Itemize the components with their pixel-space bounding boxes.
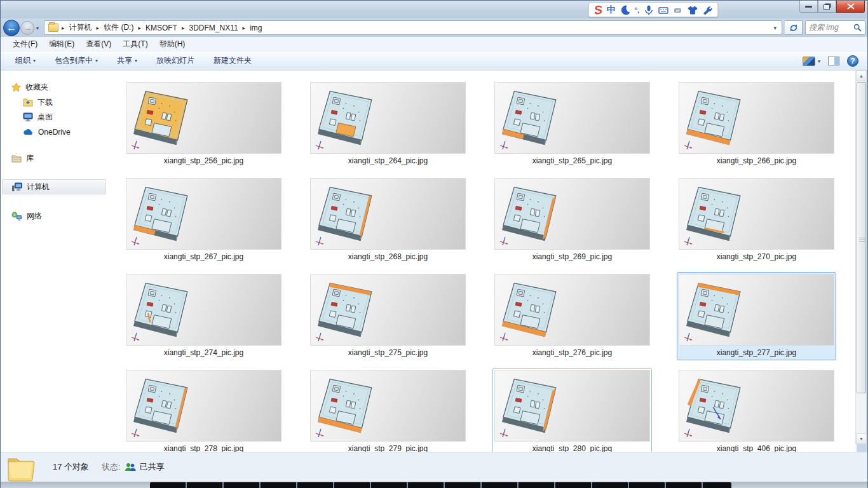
chinese-mode-icon[interactable]: 中 — [607, 4, 616, 16]
folder-icon — [48, 24, 58, 32]
breadcrumb-item[interactable]: 软件 (D:) — [100, 21, 137, 34]
scroll-up-icon[interactable]: ▲ — [856, 71, 867, 81]
menu-item[interactable]: 帮助(H) — [154, 37, 191, 51]
file-thumbnail — [494, 274, 650, 346]
file-item[interactable]: xiangti_stp_264_pic.jpg — [308, 80, 468, 168]
command-bar: 组织▾包含到库中▾共享▾放映幻灯片新建文件夹 ▾ ? — [1, 51, 867, 71]
moon-icon[interactable] — [620, 5, 630, 15]
forward-button[interactable]: → — [20, 21, 34, 35]
toolbar-button[interactable]: 放映幻灯片 — [149, 51, 201, 70]
sidebar-item-网络[interactable]: 网络 — [2, 208, 106, 224]
toolbar-button[interactable]: 共享▾ — [110, 51, 144, 70]
back-button[interactable]: ← — [3, 20, 20, 36]
menu-item[interactable]: 编辑(E) — [43, 37, 80, 51]
title-bar[interactable]: S 中 °, — [1, 1, 867, 18]
file-item[interactable]: xiangti_stp_280_pic.jpg — [492, 368, 652, 452]
status-value: 已共享 — [140, 461, 165, 473]
file-name: xiangti_stp_265_pic.jpg — [494, 156, 650, 166]
axes-triad-icon — [499, 332, 510, 343]
scroll-down-icon[interactable]: ▼ — [856, 433, 867, 444]
minimize-button[interactable] — [799, 1, 818, 13]
sidebar-item-label: 收藏夹 — [25, 82, 48, 93]
breadcrumb-item[interactable]: 3DDFM_NX11 — [185, 22, 241, 34]
handwriting-icon[interactable] — [673, 5, 683, 15]
sidebar-item-下载[interactable]: 下载 — [2, 95, 106, 110]
libraries-icon — [11, 154, 22, 163]
file-name: xiangti_stp_270_pic.jpg — [679, 252, 834, 262]
help-button[interactable]: ? — [847, 55, 858, 67]
punctuation-icon[interactable]: °, — [635, 6, 639, 14]
breadcrumb-item[interactable]: img — [246, 22, 266, 34]
file-item[interactable]: xiangti_stp_275_pic.jpg — [308, 272, 468, 360]
microphone-icon[interactable] — [644, 5, 654, 15]
file-item[interactable]: xiangti_stp_279_pic.jpg — [308, 368, 468, 452]
breadcrumb-item[interactable]: KMSOFT — [142, 22, 181, 34]
sidebar-item-库[interactable]: 库 — [2, 151, 106, 166]
desktop-icon — [23, 112, 33, 121]
file-item[interactable]: xiangti_stp_277_pic.jpg — [677, 272, 836, 360]
sidebar-item-计算机[interactable]: 计算机 — [2, 179, 106, 194]
file-item[interactable]: xiangti_stp_265_pic.jpg — [492, 80, 652, 168]
menu-item[interactable]: 查看(V) — [80, 37, 117, 51]
wrench-icon[interactable] — [702, 5, 712, 15]
address-bar[interactable]: ▸计算机▸软件 (D:)▸KMSOFT▸3DDFM_NX11▸img ▾ — [44, 20, 782, 35]
search-icon[interactable] — [853, 24, 862, 32]
file-name: xiangti_stp_276_pic.jpg — [494, 348, 650, 358]
axes-triad-icon — [684, 236, 694, 247]
status-label: 状态: — [102, 461, 121, 473]
skin-icon[interactable] — [688, 5, 698, 15]
change-view-button[interactable]: ▾ — [803, 57, 820, 66]
file-item[interactable]: xiangti_stp_267_pic.jpg — [124, 176, 283, 264]
toolbar-button[interactable]: 包含到库中▾ — [48, 51, 105, 70]
file-name: xiangti_stp_277_pic.jpg — [679, 348, 834, 358]
chevron-down-icon: ▾ — [818, 58, 820, 64]
sidebar-item-label: 网络 — [27, 211, 42, 222]
file-name: xiangti_stp_266_pic.jpg — [679, 156, 834, 166]
file-thumbnail — [310, 370, 466, 442]
axes-triad-icon — [315, 140, 325, 151]
file-item[interactable]: xiangti_stp_278_pic.jpg — [124, 368, 283, 452]
maximize-button[interactable] — [818, 1, 836, 13]
window-controls — [799, 1, 865, 13]
file-item[interactable]: xiangti_stp_269_pic.jpg — [492, 176, 652, 264]
file-list: xiangti_stp_256_pic.jpgxiangti_stp_264_p… — [109, 71, 857, 452]
search-placeholder: 搜索 img — [809, 22, 853, 33]
toolbar-button-label: 新建文件夹 — [214, 55, 252, 66]
menu-item[interactable]: 文件(F) — [7, 37, 43, 51]
keyboard-icon[interactable] — [658, 5, 668, 15]
file-name: xiangti_stp_275_pic.jpg — [310, 348, 466, 358]
file-name: xiangti_stp_279_pic.jpg — [310, 444, 466, 452]
toolbar-button-label: 组织 — [15, 55, 31, 66]
file-item[interactable]: xiangti_stp_274_pic.jpg — [124, 272, 283, 360]
sidebar-item-桌面[interactable]: 桌面 — [2, 109, 106, 125]
vertical-scrollbar[interactable]: ▲ ▼ — [855, 71, 866, 444]
shared-users-icon — [125, 463, 136, 471]
sidebar-item-OneDrive[interactable]: OneDrive — [2, 125, 106, 140]
recent-pages-dropdown-icon[interactable]: ▾ — [36, 25, 39, 31]
file-name: xiangti_stp_269_pic.jpg — [494, 252, 650, 262]
search-input[interactable]: 搜索 img — [805, 20, 865, 35]
file-thumbnail — [679, 82, 834, 154]
file-item[interactable]: xiangti_stp_406_pic.jpg — [677, 368, 836, 452]
close-icon — [847, 3, 855, 10]
axes-triad-icon — [131, 236, 141, 247]
file-item[interactable]: xiangti_stp_270_pic.jpg — [677, 176, 836, 264]
menu-item[interactable]: 工具(T) — [117, 37, 153, 51]
file-item[interactable]: xiangti_stp_276_pic.jpg — [492, 272, 652, 360]
file-item[interactable]: xiangti_stp_256_pic.jpg — [124, 80, 283, 168]
file-item[interactable]: xiangti_stp_266_pic.jpg — [677, 80, 836, 168]
toolbar-button[interactable]: 新建文件夹 — [207, 51, 259, 70]
close-button[interactable] — [836, 1, 865, 13]
preview-pane-button[interactable] — [828, 57, 839, 65]
item-count: 17 个对象 — [53, 461, 89, 473]
sidebar-item-收藏夹[interactable]: 收藏夹 — [2, 79, 106, 95]
sogou-logo-icon[interactable]: S — [593, 3, 603, 17]
scrollbar-thumb[interactable] — [857, 82, 866, 393]
ime-toolbar[interactable]: S 中 °, — [588, 3, 718, 17]
axes-triad-icon — [315, 428, 325, 439]
file-item[interactable]: xiangti_stp_268_pic.jpg — [308, 176, 468, 264]
breadcrumb-item[interactable]: 计算机 — [65, 21, 96, 34]
toolbar-button[interactable]: 组织▾ — [8, 51, 43, 70]
address-dropdown-icon[interactable]: ▾ — [773, 25, 779, 31]
refresh-button[interactable] — [785, 20, 803, 35]
